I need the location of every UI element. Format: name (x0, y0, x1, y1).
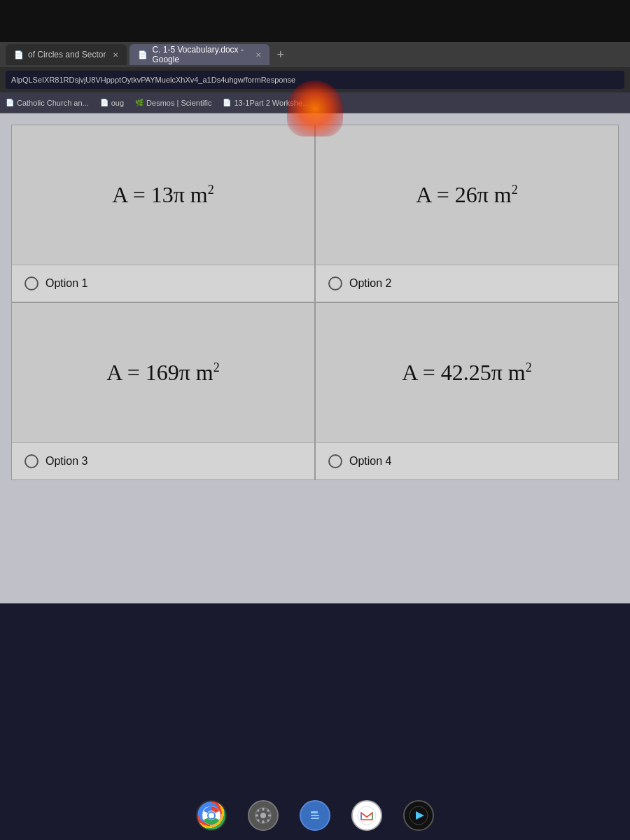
taskbar-settings-icon[interactable] (248, 800, 279, 831)
bookmark-icon-desmos: 🌿 (135, 99, 144, 106)
option-label-3: Option 3 (46, 455, 88, 468)
bookmark-catholic[interactable]: 📄 Catholic Church an... (6, 99, 89, 107)
svg-rect-5 (262, 808, 265, 811)
bookmark-workshe[interactable]: 📄 13-1Part 2 Workshe... (223, 99, 309, 107)
tab-label-circles: of Circles and Sector (28, 50, 106, 59)
option-radio-row-3[interactable]: Option 3 (12, 443, 314, 479)
option-box-4: A = 42.25π m2 (316, 303, 618, 443)
browser-chrome: 📄 of Circles and Sector ✕ 📄 C. 1-5 Vocab… (0, 42, 630, 113)
tab-close-vocabulary[interactable]: ✕ (255, 51, 261, 59)
main-content: A = 13π m2 Option 1 A = 26π m2 Option 2 (0, 113, 630, 603)
svg-rect-7 (255, 815, 258, 817)
tab-icon-vocabulary: 📄 (138, 50, 148, 59)
option-radio-2[interactable] (328, 276, 342, 290)
svg-rect-14 (311, 811, 318, 813)
option-label-1: Option 1 (46, 277, 88, 290)
tab-icon-circles: 📄 (14, 50, 24, 59)
options-grid: A = 13π m2 Option 1 A = 26π m2 Option 2 (11, 125, 619, 480)
svg-rect-15 (311, 815, 319, 816)
svg-point-2 (209, 813, 214, 818)
tab-circles[interactable]: 📄 of Circles and Sector ✕ (6, 44, 127, 65)
bookmark-icon-oug: 📄 (100, 99, 108, 106)
bookmark-icon-catholic: 📄 (6, 99, 14, 106)
bookmarks-bar: 📄 Catholic Church an... 📄 oug 🌿 Desmos |… (0, 92, 630, 113)
tab-label-vocabulary: C. 1-5 Vocabulary.docx - Google (152, 45, 248, 64)
bookmark-label-workshe: 13-1Part 2 Workshe... (234, 99, 309, 107)
bookmark-label-catholic: Catholic Church an... (17, 99, 89, 107)
option-box-1: A = 13π m2 (12, 125, 314, 265)
option-formula-2: A = 26π m2 (416, 182, 517, 208)
bookmark-label-desmos: Desmos | Scientific (146, 99, 211, 107)
option-radio-row-2[interactable]: Option 2 (316, 265, 618, 302)
taskbar-play-icon[interactable] (403, 800, 434, 831)
svg-rect-8 (268, 815, 271, 817)
address-bar-row (0, 67, 630, 92)
tab-close-circles[interactable]: ✕ (113, 51, 118, 59)
taskbar-files-icon[interactable] (300, 800, 330, 831)
option-formula-1: A = 13π m2 (112, 182, 214, 208)
bookmark-label-oug: oug (111, 99, 124, 107)
option-formula-3: A = 169π m2 (106, 360, 219, 386)
tab-vocabulary[interactable]: 📄 C. 1-5 Vocabulary.docx - Google ✕ (130, 44, 270, 65)
svg-point-17 (358, 806, 376, 825)
option-formula-4: A = 42.25π m2 (402, 360, 531, 386)
svg-rect-16 (311, 818, 319, 819)
option-box-2: A = 26π m2 (316, 125, 618, 265)
taskbar-chrome-icon[interactable] (196, 800, 227, 831)
new-tab-button[interactable]: + (272, 48, 288, 62)
option-radio-row-1[interactable]: Option 1 (12, 265, 314, 302)
option-cell-4: A = 42.25π m2 Option 4 (315, 302, 619, 480)
option-box-3: A = 169π m2 (12, 303, 314, 443)
option-radio-3[interactable] (24, 454, 38, 468)
option-label-4: Option 4 (349, 455, 391, 468)
option-cell-1: A = 13π m2 Option 1 (11, 125, 315, 302)
option-label-2: Option 2 (349, 277, 391, 290)
svg-point-4 (260, 813, 266, 818)
taskbar (0, 791, 630, 840)
svg-rect-6 (262, 820, 265, 823)
address-bar-input[interactable] (6, 71, 624, 89)
bookmark-icon-workshe: 📄 (223, 99, 231, 106)
taskbar-gmail-icon[interactable] (351, 800, 382, 831)
bookmark-desmos[interactable]: 🌿 Desmos | Scientific (135, 99, 211, 107)
tab-bar: 📄 of Circles and Sector ✕ 📄 C. 1-5 Vocab… (0, 42, 630, 67)
option-radio-1[interactable] (24, 276, 38, 290)
top-bar (0, 0, 630, 42)
option-radio-4[interactable] (328, 454, 342, 468)
option-cell-2: A = 26π m2 Option 2 (315, 125, 619, 302)
option-cell-3: A = 169π m2 Option 3 (11, 302, 315, 480)
bookmark-oug[interactable]: 📄 oug (100, 99, 124, 107)
option-radio-row-4[interactable]: Option 4 (316, 443, 618, 479)
